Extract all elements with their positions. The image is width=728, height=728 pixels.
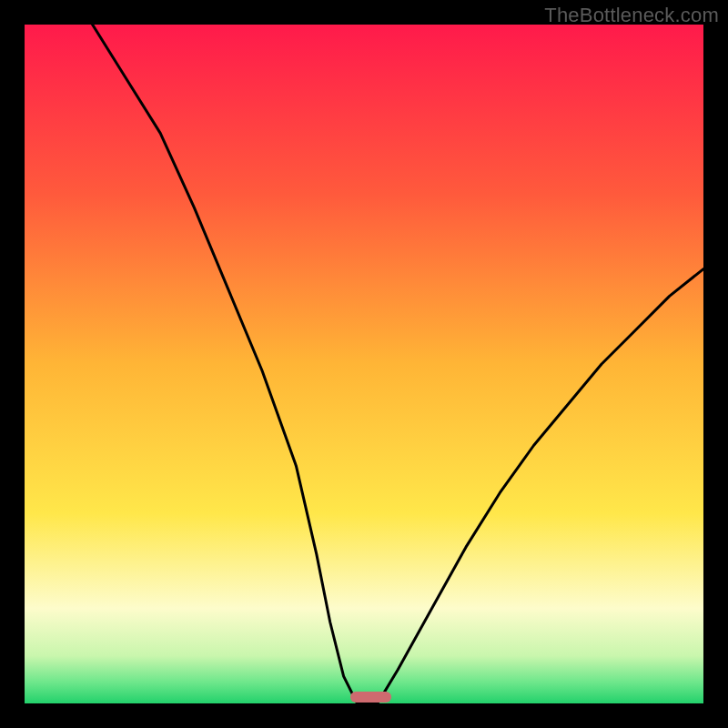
plot-area [25, 25, 703, 703]
bottleneck-curve [25, 25, 703, 703]
chart-frame: TheBottleneck.com [0, 0, 728, 728]
optimal-range-marker [350, 692, 391, 703]
watermark-text: TheBottleneck.com [544, 4, 719, 27]
